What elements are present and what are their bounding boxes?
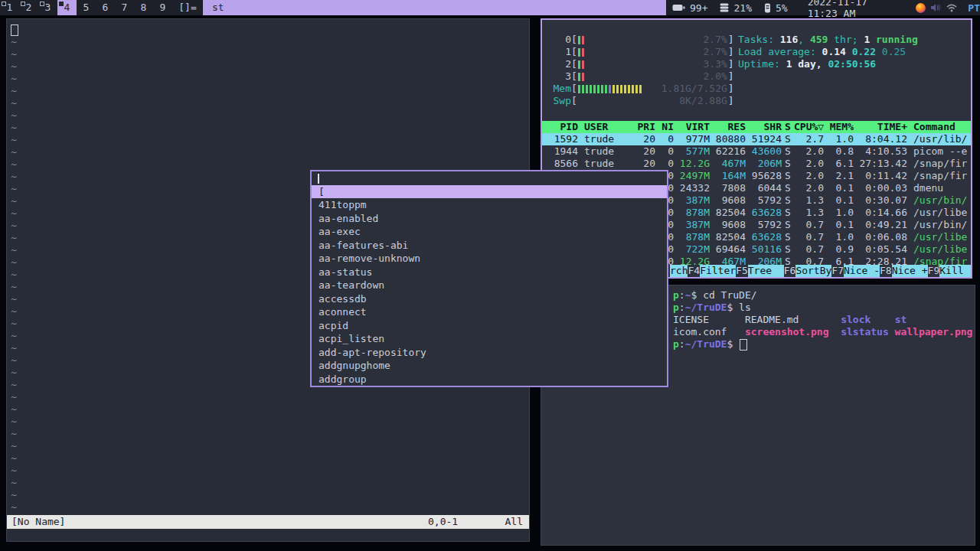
process-cell: 5792 xyxy=(746,194,782,207)
keyboard-layout-indicator[interactable]: PT xyxy=(968,2,980,14)
layout-indicator[interactable]: []= xyxy=(172,0,203,15)
shell-line[interactable]: p:~/TruDE$ xyxy=(673,338,972,350)
launcher-item[interactable]: addgnupghome xyxy=(312,359,667,373)
column-header[interactable]: TIME+ xyxy=(854,121,907,133)
workspace-tag-8[interactable]: 8 xyxy=(134,0,153,15)
tilde-line: ~ xyxy=(11,36,529,48)
tilde-line: ~ xyxy=(11,158,529,171)
process-cell: 82504 xyxy=(710,207,746,219)
editor-statusline: [No Name] 0,0-1 All xyxy=(7,515,529,529)
launcher-item[interactable]: aconnect xyxy=(312,305,667,319)
fkey-label[interactable]: SortBy xyxy=(795,265,831,277)
fkey-f7[interactable]: F7 xyxy=(831,265,844,277)
launcher-item[interactable]: aa-exec xyxy=(312,225,667,239)
fkey-f5[interactable]: F5 xyxy=(736,265,748,277)
workspace-tag-7[interactable]: 7 xyxy=(115,0,134,15)
app-launcher[interactable]: [ 411toppmaa-enabledaa-execaa-features-a… xyxy=(310,170,668,387)
meter-label: Mem xyxy=(547,83,571,95)
process-cell: S xyxy=(782,219,794,231)
text-segment: ~/TruDE xyxy=(685,302,727,313)
meter-bar xyxy=(582,36,584,44)
column-header[interactable]: SHR xyxy=(746,121,782,133)
fkey-label[interactable]: Nice - xyxy=(844,265,880,277)
fkey-label[interactable]: Filter xyxy=(700,265,736,277)
meter-bar xyxy=(597,85,599,93)
fkey-f9[interactable]: F9 xyxy=(928,265,940,277)
column-header[interactable]: S xyxy=(782,121,794,133)
column-header[interactable]: RES xyxy=(710,121,746,133)
process-cell: S xyxy=(782,194,794,207)
meter-bar-area: 2.7% xyxy=(577,34,728,46)
wifi-icon[interactable] xyxy=(946,4,957,12)
meter-bar-area: 1.81G/7.52G xyxy=(577,83,728,95)
column-header[interactable]: VIRT xyxy=(674,121,710,133)
process-cell: /usr/libe xyxy=(907,231,971,243)
text-segment: Uptime: xyxy=(738,58,786,70)
workspace-tag-6[interactable]: 6 xyxy=(96,0,115,15)
tilde-line: ~ xyxy=(11,440,529,452)
function-key-bar: rchF4FilterF5Tree F6SortByF7Nice -F8Nice… xyxy=(670,265,971,277)
column-header[interactable]: PID xyxy=(542,121,578,133)
fkey-label[interactable]: Tree xyxy=(748,265,784,277)
launcher-item[interactable]: acpi_listen xyxy=(312,332,667,346)
tasks-summary: Tasks: 116, 459 thr; 1 running xyxy=(738,34,918,46)
process-cell: 0.1 xyxy=(824,182,854,194)
workspace-tag-9[interactable]: 9 xyxy=(153,0,172,15)
volume-icon[interactable] xyxy=(931,3,941,12)
process-row-selected[interactable]: 1592trude200977M8088051924S2.71.08:04.12… xyxy=(542,133,971,145)
tilde-line: ~ xyxy=(11,134,529,146)
process-cell: 1.0 xyxy=(824,207,854,219)
launcher-input[interactable] xyxy=(312,171,667,185)
fkey-label[interactable]: rch xyxy=(670,265,688,277)
process-cell: S xyxy=(782,133,794,145)
workspace-tag-4[interactable]: 4 xyxy=(57,0,77,15)
tilde-line: ~ xyxy=(11,73,529,85)
process-cell: 69464 xyxy=(710,243,746,256)
meter-bar xyxy=(605,85,607,93)
launcher-selected-item[interactable]: [ xyxy=(312,185,667,198)
clock: 2022-11-17 11:23 AM xyxy=(808,0,889,19)
battery-icon xyxy=(672,4,685,11)
column-header[interactable]: Command xyxy=(907,121,971,133)
fkey-f8[interactable]: F8 xyxy=(880,265,892,277)
process-row[interactable]: 8566trude20012.2G467M206MS2.06.127:13.42… xyxy=(542,158,971,170)
fkey-f4[interactable]: F4 xyxy=(688,265,700,277)
desktop: 123456789 []= st 99+ 21% 5% 2022-11-17 1… xyxy=(0,0,980,551)
fkey-label[interactable]: Kill xyxy=(939,265,971,277)
process-cell: 27:13.42 xyxy=(854,158,907,170)
launcher-item[interactable]: 411toppm xyxy=(312,198,667,212)
shell-output: p:~$ cd TruDE/p:~/TruDE$ lsICENSE README… xyxy=(673,289,972,350)
column-header[interactable]: CPU%▽ xyxy=(794,121,824,133)
launcher-item[interactable]: add-apt-repository xyxy=(312,346,667,360)
meter-bracket: ] xyxy=(728,83,734,95)
launcher-item[interactable]: aa-features-abi xyxy=(312,239,667,253)
meter-bracket: ] xyxy=(728,70,734,83)
meter-bar xyxy=(578,36,580,44)
process-row[interactable]: 1944trude200577M6221643600S2.00.84:10.53… xyxy=(542,145,971,158)
launcher-item[interactable]: acpid xyxy=(312,319,667,333)
meter-bar xyxy=(582,60,584,69)
meter-bracket: [ xyxy=(571,95,577,107)
fkey-f6[interactable]: F6 xyxy=(784,265,796,277)
launcher-item[interactable]: aa-remove-unknown xyxy=(312,252,667,266)
column-header[interactable]: MEM% xyxy=(824,121,854,133)
firefox-icon[interactable] xyxy=(916,3,926,13)
launcher-item[interactable]: aa-status xyxy=(312,266,667,279)
workspace-tag-3[interactable]: 3 xyxy=(38,0,57,15)
fkey-label[interactable]: Nice + xyxy=(892,265,928,277)
workspace-tag-5[interactable]: 5 xyxy=(77,0,96,15)
workspace-tag-2[interactable]: 2 xyxy=(19,0,38,15)
text-segment: cd TruDE/ xyxy=(703,289,756,301)
launcher-item[interactable]: addgroup xyxy=(312,373,667,386)
column-header[interactable]: PRI xyxy=(632,121,655,133)
meter-value: 1.81G/7.52G xyxy=(662,83,727,95)
column-header[interactable]: NI xyxy=(655,121,674,133)
launcher-item[interactable]: aa-enabled xyxy=(312,212,667,226)
process-table-header[interactable]: PIDUSERPRINIVIRTRESSHRSCPU%▽MEM%TIME+Com… xyxy=(542,121,971,133)
workspace-tag-1[interactable]: 1 xyxy=(0,0,19,15)
column-header[interactable]: USER xyxy=(578,121,632,133)
launcher-item[interactable]: accessdb xyxy=(312,292,667,306)
text-segment: thr; xyxy=(828,34,864,45)
text-segment: 459 xyxy=(810,34,828,45)
launcher-item[interactable]: aa-teardown xyxy=(312,279,667,292)
